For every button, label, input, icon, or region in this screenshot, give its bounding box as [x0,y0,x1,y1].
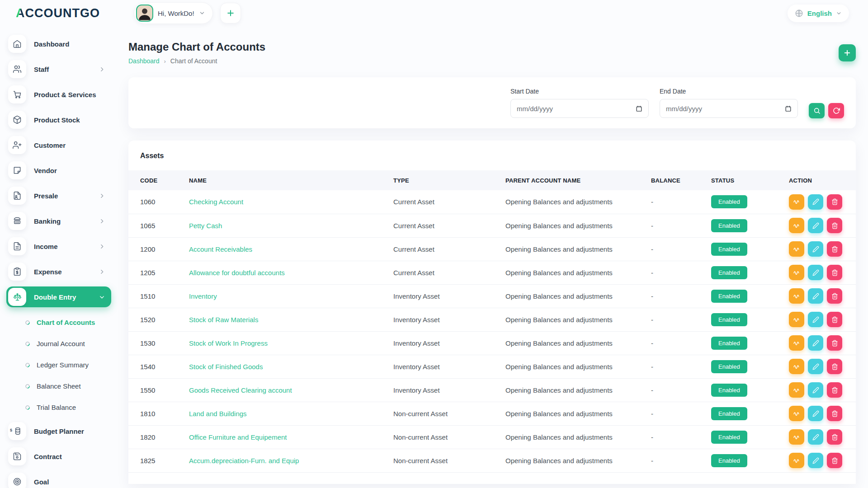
account-type: Inventory Asset [393,378,505,402]
sidebar-item-staff[interactable]: Staff [6,59,111,80]
delete-button[interactable] [827,241,842,257]
delete-button[interactable] [827,406,842,421]
delete-button[interactable] [827,335,842,351]
edit-button[interactable] [808,382,823,398]
table-row: 1065 Petty Cash Current Asset Opening Ba… [128,214,856,237]
reset-button[interactable] [828,103,844,118]
sidebar-item-product-stock[interactable]: Product Stock [6,109,111,130]
delete-button[interactable] [827,453,842,468]
account-name-link[interactable]: Stock of Work In Progress [189,339,268,347]
account-name-link[interactable]: Allowance for doubtful accounts [189,269,285,277]
account-name-link[interactable]: Inventory [189,292,217,300]
delete-button[interactable] [827,429,842,445]
sidebar-item-budget-planner[interactable]: $ Budget Planner [6,421,111,441]
account-balance: - [651,425,711,449]
sidebar-item-vendor[interactable]: Vendor [6,160,111,181]
delete-button[interactable] [827,382,842,398]
activity-button[interactable] [789,429,804,445]
delete-button[interactable] [827,194,842,210]
edit-button[interactable] [808,429,823,445]
activity-button[interactable] [789,218,804,233]
activity-button[interactable] [789,241,804,257]
delete-button[interactable] [827,218,842,233]
start-date-placeholder: mm/dd/yyyy [517,105,553,113]
status-badge: Enabled [711,407,747,420]
account-type: Non-current Asset [393,402,505,425]
edit-button[interactable] [808,453,823,468]
activity-button[interactable] [789,265,804,280]
user-menu[interactable]: Hi, WorkDo! [134,2,213,24]
status-badge: Enabled [711,266,747,279]
activity-button[interactable] [789,335,804,351]
edit-button[interactable] [808,265,823,280]
activity-button[interactable] [789,406,804,421]
edit-button[interactable] [808,335,823,351]
file-user-icon [8,187,26,205]
delete-button[interactable] [827,288,842,304]
activity-button[interactable] [789,453,804,468]
account-balance: - [651,355,711,378]
sidebar-item-banking[interactable]: Banking [6,211,111,231]
account-name-link[interactable]: Petty Cash [189,222,222,230]
sidebar-item-dashboard[interactable]: Dashboard [6,33,111,54]
create-account-button[interactable] [839,44,856,61]
calendar-icon[interactable] [636,105,642,112]
scale-icon [8,288,26,306]
account-name-link[interactable]: Accum.depreciation-Furn. and Equip [189,457,299,465]
submenu-item-trial-balance[interactable]: Trial Balance [6,397,118,418]
account-balance: - [651,308,711,331]
submenu-item-ledger-summary[interactable]: Ledger Summary [6,354,118,375]
account-parent: Opening Balances and adjustments [505,355,651,378]
sidebar-item-double-entry[interactable]: Double Entry [6,286,111,307]
submenu-item-chart-of-accounts[interactable]: Chart of Accounts [6,312,118,333]
account-name-link[interactable]: Checking Account [189,198,243,206]
account-balance: - [651,214,711,237]
sidebar-item-income[interactable]: Income [6,236,111,257]
calendar-icon[interactable] [785,105,792,112]
plus-icon [226,9,235,18]
edit-button[interactable] [808,288,823,304]
sidebar-item-customer[interactable]: Customer [6,135,111,155]
account-parent: Opening Balances and adjustments [505,214,651,237]
breadcrumb-dashboard-link[interactable]: Dashboard [128,57,160,65]
breadcrumb-current: Chart of Account [170,57,217,65]
activity-button[interactable] [789,194,804,210]
sidebar-item-contract[interactable]: Contract [6,446,111,467]
activity-button[interactable] [789,288,804,304]
delete-button[interactable] [827,359,842,374]
account-name-link[interactable]: Stock of Raw Materials [189,316,258,324]
table-row: 1530 Stock of Work In Progress Inventory… [128,331,856,355]
sidebar-item-presale[interactable]: Presale [6,185,111,206]
account-parent: Opening Balances and adjustments [505,449,651,472]
sidebar-item-goal[interactable]: Goal [6,471,111,488]
start-date-input[interactable]: mm/dd/yyyy [510,99,649,118]
search-button[interactable] [809,103,825,118]
account-code: 1825 [128,449,189,472]
account-name-link[interactable]: Stock of Finished Goods [189,363,263,371]
sidebar-item-product-services[interactable]: Product & Services [6,84,111,105]
account-name-link[interactable]: Land and Buildings [189,410,247,418]
activity-button[interactable] [789,312,804,327]
add-workspace-button[interactable] [220,3,241,23]
account-name-link[interactable]: Office Furniture and Equipement [189,433,287,441]
edit-button[interactable] [808,359,823,374]
edit-button[interactable] [808,406,823,421]
end-date-input[interactable]: mm/dd/yyyy [660,99,798,118]
delete-button[interactable] [827,312,842,327]
sidebar-item-expense[interactable]: Expense [6,261,111,282]
edit-button[interactable] [808,218,823,233]
activity-button[interactable] [789,382,804,398]
chevron-right-icon [99,269,105,275]
delete-button[interactable] [827,265,842,280]
account-name-link[interactable]: Goods Received Clearing account [189,386,292,394]
edit-button[interactable] [808,312,823,327]
account-name-link[interactable]: Account Receivables [189,245,252,253]
trash-icon [831,316,838,323]
edit-button[interactable] [808,241,823,257]
language-selector[interactable]: English [788,5,849,22]
activity-button[interactable] [789,359,804,374]
submenu-item-journal-account[interactable]: Journal Account [6,333,118,354]
save-icon [8,447,26,465]
submenu-item-balance-sheet[interactable]: Balance Sheet [6,375,118,397]
edit-button[interactable] [808,194,823,210]
